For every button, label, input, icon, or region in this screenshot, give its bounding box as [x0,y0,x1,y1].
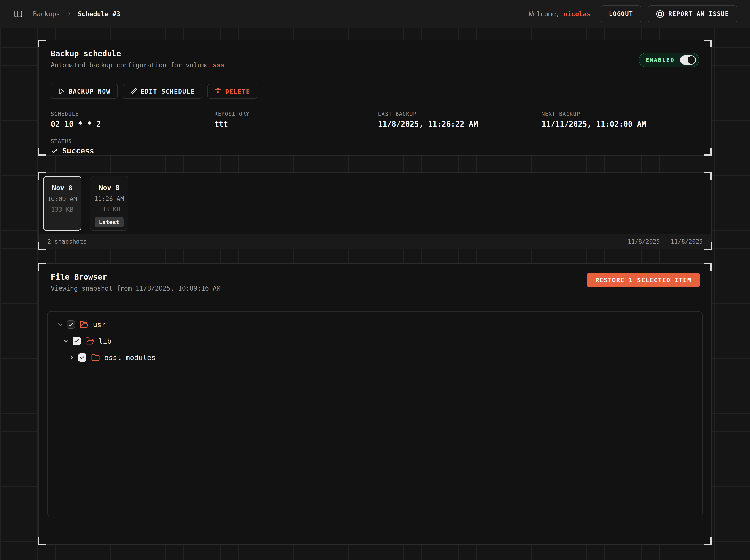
breadcrumb-current: Schedule #3 [78,10,120,18]
snapshot-date-range: 11/8/2025 – 11/8/2025 [628,238,703,245]
delete-button[interactable]: DELETE [207,84,258,99]
field-label: LAST BACKUP [378,111,541,117]
corner-bracket [38,40,46,47]
breadcrumb: Backups Schedule #3 [33,10,120,18]
snapshot-date: Nov 8 [52,184,73,192]
report-issue-button[interactable]: REPORT AN ISSUE [648,5,737,22]
field-repository: REPOSITORY ttt [214,111,378,128]
snapshot-date: Nov 8 [99,184,119,192]
sidebar-toggle-button[interactable] [14,9,23,19]
life-buoy-icon [656,10,664,18]
tree-label-ossl-modules: ossl-modules [104,354,156,362]
top-bar: Backups Schedule #3 Welcome, nicolas LOG… [0,0,750,28]
field-value: 02 10 * * 2 [51,120,214,128]
corner-bracket [704,537,712,545]
file-browser-card: File Browser Viewing snapshot from 11/8/… [38,263,712,545]
checkbox-lib[interactable] [73,337,81,345]
checkbox-ossl-modules[interactable] [78,354,86,362]
report-issue-label: REPORT AN ISSUE [668,11,729,17]
field-last-backup: LAST BACKUP 11/8/2025, 11:26:22 AM [378,111,541,128]
welcome-prefix: Welcome, [529,10,560,18]
trash-icon [215,88,221,95]
toggle-switch[interactable] [680,55,696,64]
tree-row-ossl-modules[interactable]: ossl-modules [47,349,702,366]
restore-selected-button[interactable]: RESTORE 1 SELECTED ITEM [587,273,700,287]
logout-button[interactable]: LOGOUT [600,5,641,22]
backup-schedule-card: Backup schedule Automated backup configu… [38,40,712,156]
corner-bracket [38,537,46,545]
field-status: STATUS Success [51,138,700,155]
snapshot-count: 2 snapshots [47,238,87,245]
pencil-icon [130,88,137,95]
status-text: Success [62,146,94,155]
tree-row-usr[interactable]: usr [47,316,702,333]
breadcrumb-backups[interactable]: Backups [33,10,60,18]
field-value: 11/8/2025, 11:26:22 AM [378,120,541,128]
snapshots-footer: 2 snapshots 11/8/2025 – 11/8/2025 [39,234,711,249]
enabled-toggle[interactable]: ENABLED [639,53,699,67]
field-value: 11/11/2025, 11:02:00 AM [541,120,705,128]
enabled-label: ENABLED [646,57,674,63]
snapshot-card-latest[interactable]: Nov 8 11:26 AM 133 KB Latest [90,176,129,231]
panel-left-icon [14,9,23,19]
chevron-right-icon [66,11,72,17]
folder-open-icon [80,320,88,329]
schedule-card-subtitle: Automated backup configuration for volum… [51,61,700,69]
status-badge: Success [51,146,700,155]
play-icon [58,88,65,95]
tree-row-lib[interactable]: lib [47,333,702,349]
schedule-actions: BACKUP NOW EDIT SCHEDULE DELETE [51,84,700,99]
corner-bracket [704,148,712,156]
username: nicolas [564,10,591,18]
toggle-knob [688,56,695,64]
chevron-right-icon[interactable] [68,354,75,361]
snapshot-size: 133 KB [98,206,120,213]
corner-bracket [38,172,46,180]
edit-schedule-label: EDIT SCHEDULE [141,88,195,95]
file-tree: usr lib ossl-modules [47,311,703,516]
backup-now-label: BACKUP NOW [68,88,111,95]
field-next-backup: NEXT BACKUP 11/11/2025, 11:02:00 AM [541,111,705,128]
tree-label-lib: lib [99,337,112,345]
snapshot-time: 10:09 AM [47,195,77,202]
check-icon [51,147,59,155]
chevron-down-icon[interactable] [62,338,69,344]
field-value: ttt [214,120,378,128]
volume-name: sss [213,61,224,69]
schedule-card-title: Backup schedule [51,49,700,58]
field-schedule: SCHEDULE 02 10 * * 2 [51,111,214,128]
folder-icon [91,353,100,362]
corner-bracket [704,40,712,47]
corner-bracket [38,263,46,271]
backup-now-button[interactable]: BACKUP NOW [51,84,118,99]
corner-bracket [704,172,712,180]
snapshot-card-selected[interactable]: Nov 8 10:09 AM 133 KB [43,176,81,231]
snapshot-time: 11:26 AM [94,195,124,202]
corner-bracket [38,148,46,156]
logout-label: LOGOUT [609,11,633,17]
field-label: SCHEDULE [51,111,214,117]
checkbox-usr[interactable] [67,320,75,329]
snapshots-card: Nov 8 10:09 AM 133 KB Nov 8 11:26 AM 133… [38,172,712,249]
schedule-fields: SCHEDULE 02 10 * * 2 REPOSITORY ttt LAST… [51,111,700,128]
latest-badge: Latest [95,217,123,227]
tree-label-usr: usr [93,320,106,329]
chevron-down-icon[interactable] [57,321,64,328]
snapshot-size: 133 KB [51,206,74,213]
delete-label: DELETE [225,88,250,95]
welcome-text: Welcome, nicolas [529,10,591,18]
folder-open-icon [85,337,94,345]
edit-schedule-button[interactable]: EDIT SCHEDULE [123,84,202,99]
field-label: NEXT BACKUP [541,111,705,117]
status-label: STATUS [51,138,700,144]
corner-bracket [704,263,712,271]
field-label: REPOSITORY [214,111,378,117]
subtitle-prefix: Automated backup configuration for volum… [51,61,213,69]
snapshot-strip: Nov 8 10:09 AM 133 KB Nov 8 11:26 AM 133… [39,173,711,231]
